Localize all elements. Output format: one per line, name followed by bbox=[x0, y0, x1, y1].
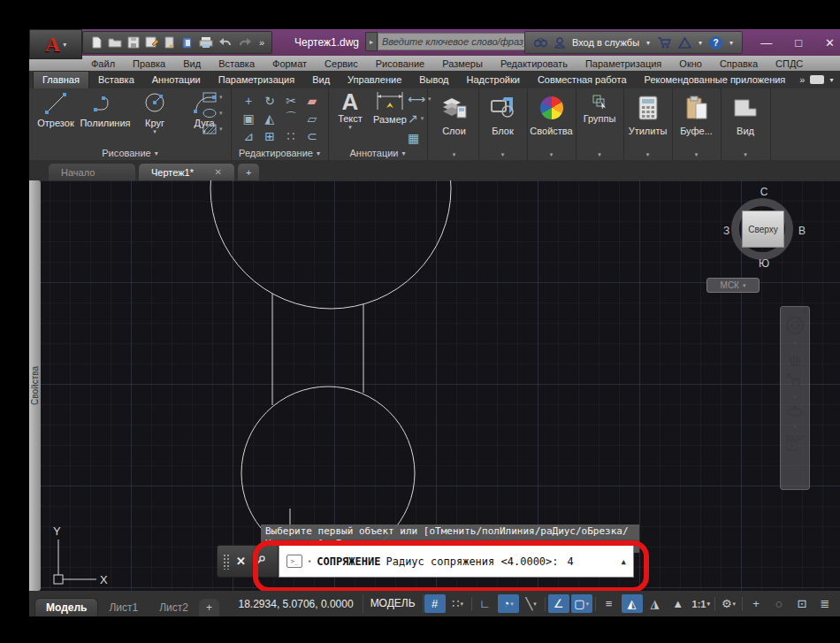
menu-view[interactable]: Вид bbox=[174, 58, 210, 69]
menu-window[interactable]: Окно bbox=[670, 58, 711, 69]
menu-help[interactable]: Справка bbox=[711, 58, 767, 69]
text-button[interactable]: А Текст ▾ bbox=[333, 90, 367, 131]
pan-hand-icon[interactable] bbox=[787, 351, 803, 367]
ellipse-button[interactable]: ▾ bbox=[202, 108, 223, 119]
panel-clipboard[interactable]: Буфе... ▾ bbox=[672, 88, 722, 160]
save-as-icon[interactable] bbox=[145, 36, 158, 49]
scale-button[interactable]: ⊞ bbox=[259, 127, 280, 145]
viewcube-south[interactable]: Ю bbox=[759, 257, 769, 270]
viewcube-north[interactable]: С bbox=[760, 186, 768, 198]
command-history-up-icon[interactable]: ▲ bbox=[622, 557, 626, 566]
showmotion-icon[interactable] bbox=[786, 435, 804, 451]
cleanscreen-button[interactable]: ⊡ bbox=[791, 594, 813, 613]
panel-properties[interactable]: Свойства ▾ bbox=[527, 88, 577, 160]
ribbon-tab-output[interactable]: Вывод bbox=[410, 72, 457, 88]
command-terminal-icon[interactable]: >_ bbox=[286, 555, 302, 568]
layout-tab-list2[interactable]: Лист2 bbox=[149, 599, 199, 616]
otrack-toggle[interactable]: ∠ bbox=[548, 594, 569, 613]
hatch-caret-icon[interactable]: ▾ bbox=[219, 126, 223, 133]
ribbon-overflow-icon[interactable]: » bbox=[799, 74, 805, 85]
application-menu-button[interactable]: A ▾ bbox=[29, 29, 82, 59]
panel-modify-label[interactable]: Редактирование ▾ bbox=[231, 146, 328, 160]
crosshair-button[interactable]: + bbox=[745, 594, 767, 613]
ribbon-tab-collaborate[interactable]: Совместная работа bbox=[529, 72, 636, 88]
navbar-zoom-caret-icon[interactable]: ▾ bbox=[793, 395, 797, 399]
panel-block[interactable]: Блок ▾ bbox=[478, 88, 528, 160]
stretch-button[interactable]: ⊿ bbox=[238, 127, 259, 145]
menu-format[interactable]: Формат bbox=[263, 58, 316, 69]
help-icon[interactable]: ? bbox=[709, 36, 722, 50]
viewcube-east[interactable]: В bbox=[798, 225, 806, 237]
trim-button[interactable]: ✂ bbox=[280, 92, 302, 110]
file-tab-drawing1[interactable]: Чертеж1* ✕ bbox=[139, 164, 234, 180]
osnap-caret-icon[interactable]: ▾ bbox=[585, 601, 589, 608]
table-button[interactable]: ▦ bbox=[408, 131, 431, 145]
polar-caret-icon[interactable]: ▾ bbox=[510, 601, 514, 608]
orbit-icon[interactable] bbox=[786, 405, 804, 419]
osnap-toggle[interactable]: ▢▾ bbox=[571, 594, 592, 613]
leader-button[interactable]: ↗▾ bbox=[408, 111, 431, 126]
signin-caret-icon[interactable]: ▾ bbox=[646, 39, 650, 47]
move-button[interactable]: + bbox=[238, 92, 259, 110]
view-caret-icon[interactable]: ▾ bbox=[744, 151, 747, 158]
polyline-button[interactable]: Полилиния bbox=[82, 90, 128, 135]
groups-caret-icon[interactable]: ▾ bbox=[598, 151, 601, 158]
properties-caret-icon[interactable]: ▾ bbox=[550, 151, 554, 158]
copy-button[interactable]: ▣ bbox=[238, 110, 259, 127]
isodraft-caret-icon[interactable]: ▾ bbox=[533, 601, 537, 608]
customize-wrench-icon[interactable] bbox=[253, 555, 265, 568]
ribbon-display-toggle-icon[interactable] bbox=[810, 75, 824, 84]
annotation-autoscale-toggle[interactable]: ◮ bbox=[645, 594, 666, 613]
erase-button[interactable]: ▰ bbox=[302, 92, 323, 110]
ribbon-tab-manage[interactable]: Управление bbox=[339, 72, 410, 88]
annotation-scale-button[interactable]: 1:1▾ bbox=[691, 594, 712, 613]
offset-button[interactable]: ⊂ bbox=[302, 127, 323, 145]
command-input-bar[interactable]: >_ ▾ СОПРЯЖЕНИЕ Радиус сопряжения <4.000… bbox=[279, 545, 634, 578]
viewcube-top-face[interactable]: Сверху bbox=[742, 211, 784, 248]
isolate-objects-button[interactable]: ◌ bbox=[768, 594, 790, 613]
isodraft-toggle[interactable]: ╲▾ bbox=[521, 594, 542, 613]
file-tab-start[interactable]: Начало bbox=[49, 164, 135, 180]
customization-menu-button[interactable]: ≣ bbox=[814, 594, 836, 613]
navbar-wheel-caret-icon[interactable]: ▾ bbox=[793, 341, 797, 345]
menu-file[interactable]: Файл bbox=[82, 58, 124, 69]
properties-palette-titlebar[interactable]: Свойства bbox=[29, 180, 41, 591]
ribbon-tab-view[interactable]: Вид bbox=[303, 72, 339, 88]
command-typed-value[interactable]: 4 bbox=[568, 555, 574, 568]
layers-caret-icon[interactable]: ▾ bbox=[453, 151, 456, 158]
redo-icon[interactable] bbox=[238, 37, 252, 48]
layout-tab-list1[interactable]: Лист1 bbox=[98, 599, 149, 616]
workspace-gear-button[interactable]: ⚙▾ bbox=[718, 594, 739, 613]
ortho-toggle[interactable]: ∟ bbox=[475, 594, 496, 613]
panel-layers[interactable]: Слои ▾ bbox=[430, 88, 479, 160]
block-caret-icon[interactable]: ▾ bbox=[501, 151, 505, 158]
navigation-wheel-icon[interactable] bbox=[785, 316, 805, 335]
panel-draw-label[interactable]: Рисование ▾ bbox=[29, 146, 231, 160]
fillet-button[interactable]: ⌒ bbox=[280, 110, 302, 127]
explode-button[interactable]: ▱ bbox=[302, 110, 323, 127]
text-caret-icon[interactable]: ▾ bbox=[348, 124, 352, 131]
lineweight-toggle[interactable]: ≡ bbox=[599, 594, 620, 613]
menu-spds[interactable]: СПДС bbox=[767, 58, 812, 69]
annotation-marker-toggle[interactable]: ▲ bbox=[668, 594, 689, 613]
qat-expand-icon[interactable]: » bbox=[259, 37, 264, 48]
close-button[interactable]: ✕ bbox=[825, 36, 835, 50]
annotation-visibility-toggle[interactable]: ◭ bbox=[622, 594, 643, 613]
panel-view[interactable]: Вид ▾ bbox=[721, 88, 771, 160]
ribbon-tab-featured-apps[interactable]: Рекомендованные приложения bbox=[636, 72, 795, 88]
mirror-button[interactable]: ◭ bbox=[259, 110, 280, 127]
model-space-button[interactable]: МОДЕЛЬ bbox=[363, 594, 424, 612]
print-icon[interactable] bbox=[199, 36, 213, 49]
navigation-bar[interactable]: ✕ ▾ ▾ ▾ bbox=[780, 306, 810, 490]
viewcube-wcs-menu[interactable]: МСК ▾ bbox=[706, 278, 760, 293]
menu-parametric[interactable]: Параметризация bbox=[577, 58, 670, 69]
ribbon-tab-home[interactable]: Главная bbox=[33, 71, 89, 88]
maximize-button[interactable]: □ bbox=[795, 36, 802, 50]
help-search-input[interactable] bbox=[378, 33, 528, 50]
new-file-icon[interactable] bbox=[90, 36, 103, 49]
snap-caret-icon[interactable]: ▾ bbox=[460, 601, 463, 608]
save-icon[interactable] bbox=[127, 36, 140, 49]
ribbon-tab-insert[interactable]: Вставка bbox=[89, 72, 143, 88]
new-drawing-tab-button[interactable]: + bbox=[238, 164, 259, 180]
rotate-button[interactable]: ↻ bbox=[259, 92, 280, 110]
